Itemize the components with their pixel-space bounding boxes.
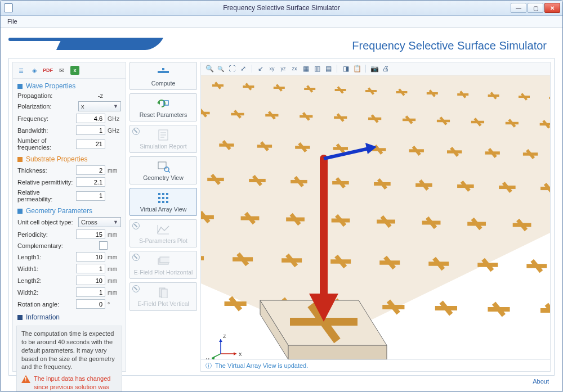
footer: About [8,376,555,387]
periodicity-unit: mm [108,231,121,238]
bandwidth-input[interactable] [76,125,105,135]
axis-triad: x y z [206,332,242,359]
rotation-input[interactable] [76,299,105,309]
banner-title: Frequency Selective Surface Simulator [352,39,547,52]
select-icon[interactable]: ◨ [341,64,351,74]
snapshot-icon[interactable]: 📷 [369,64,379,74]
pdf-icon[interactable]: PDF [43,66,52,75]
zoom-in-icon[interactable]: 🔍 [204,64,215,74]
permeability-label: Relative permeability: [17,189,74,202]
default-view-icon[interactable]: ↙ [256,64,266,74]
celltype-dropdown[interactable]: Cross▼ [78,217,121,227]
titlebar: Frequency Selective Surface Simulator — … [1,1,562,16]
thickness-input[interactable] [76,165,105,175]
sparam-icon [156,223,171,236]
print-icon[interactable]: 🖨 [381,64,391,74]
wireframe-icon[interactable]: ▥ [312,64,322,74]
width1-unit: mm [108,265,121,272]
numfreq-label: Number of frequencies: [17,137,74,151]
length2-input[interactable] [76,276,105,285]
zoom-out-icon[interactable]: 🔍 [216,64,226,74]
clipboard-icon[interactable]: 📋 [352,64,362,74]
length1-unit: mm [108,254,121,260]
info-icon: ⓘ [205,362,212,370]
width1-input[interactable] [76,264,105,273]
svg-text:z: z [223,332,226,339]
frequency-label: Frequency: [17,115,74,122]
width2-input[interactable] [76,287,105,297]
frequency-input[interactable] [76,114,105,123]
disabled-icon [132,128,140,135]
svg-rect-1 [162,68,164,70]
numfreq-input[interactable] [76,139,105,149]
info-text: The computation time is expected to be a… [21,330,117,371]
permittivity-input[interactable] [76,177,105,187]
array-view-icon [156,192,171,204]
viewport-3d[interactable]: x y z [201,75,550,359]
menu-file[interactable]: File [4,17,21,26]
info-heading: Information [13,310,126,322]
substrate-heading: Substrate Properties [13,152,126,164]
reset-icon [156,97,171,110]
compute-button[interactable]: Compute [129,62,197,90]
scene-svg: x y z [201,75,550,359]
rotation-label: Rotation angle: [17,301,74,308]
width2-label: Width2: [17,289,74,296]
virtual-array-view-button[interactable]: Virtual Array View [129,188,197,216]
lighting-icon[interactable]: ▤ [323,64,333,74]
length2-label: Length2: [17,277,74,284]
svg-rect-19 [166,201,168,203]
list-icon[interactable]: ≣ [16,66,25,75]
yz-view-icon[interactable]: yz [278,64,288,74]
warning-icon [21,375,30,383]
sparameters-plot-button: S-Parameters Plot [129,219,197,247]
geometry-heading: Geometry Parameters [13,204,126,216]
disabled-icon [132,222,140,229]
propagation-value: -z [74,92,105,99]
zoom-extents-icon[interactable]: ⤢ [238,64,248,74]
permittivity-label: Relative permittivity: [17,179,74,186]
disabled-icon [132,254,140,261]
reset-parameters-button[interactable]: Reset Parameters [129,93,197,121]
transparency-icon[interactable]: ▦ [301,64,311,74]
width1-label: Width1: [17,265,74,272]
svg-rect-13 [166,193,168,195]
maximize-button[interactable]: ▢ [528,3,543,13]
about-link[interactable]: About [533,378,549,385]
status-bar: ⓘ The Virtual Array View is updated. [201,359,550,371]
length2-unit: mm [108,277,121,284]
zx-view-icon[interactable]: zx [289,64,300,74]
polarization-dropdown[interactable]: x▼ [78,101,121,111]
excel-icon[interactable]: x [70,66,79,75]
simulation-report-button: Simulation Report [129,125,197,153]
polarization-label: Polarization: [17,103,76,110]
minimize-button[interactable]: — [511,3,526,13]
xy-view-icon[interactable]: xy [267,64,277,74]
propagation-label: Propagation: [17,92,72,99]
zoom-box-icon[interactable]: ⛶ [227,64,237,74]
length1-input[interactable] [76,252,105,262]
svg-rect-17 [158,201,160,203]
svg-rect-11 [158,193,160,195]
app-window: Frequency Selective Surface Simulator — … [0,0,563,392]
banner: Frequency Selective Surface Simulator [8,35,555,56]
chevron-down-icon: ▼ [113,103,118,109]
report-icon [156,129,171,141]
length1-label: Length1: [17,254,74,260]
periodicity-input[interactable] [76,229,105,239]
close-button[interactable]: ✕ [544,3,560,13]
complementary-checkbox[interactable] [99,241,108,250]
action-column: Compute Reset Parameters Simulation Repo… [129,62,197,372]
permeability-input[interactable] [76,191,105,201]
svg-rect-15 [162,197,164,199]
width2-unit: mm [108,289,121,296]
geometry-view-button[interactable]: Geometry View [129,156,197,184]
bandwidth-unit: GHz [108,127,121,134]
compute-icon [156,66,171,78]
celltype-label: Unit cell object type: [17,219,76,226]
svg-rect-25 [162,289,167,298]
svg-point-9 [164,167,169,172]
svg-rect-0 [158,71,169,73]
diamond-icon[interactable]: ◈ [30,66,39,75]
mail-icon[interactable]: ✉ [57,66,66,75]
